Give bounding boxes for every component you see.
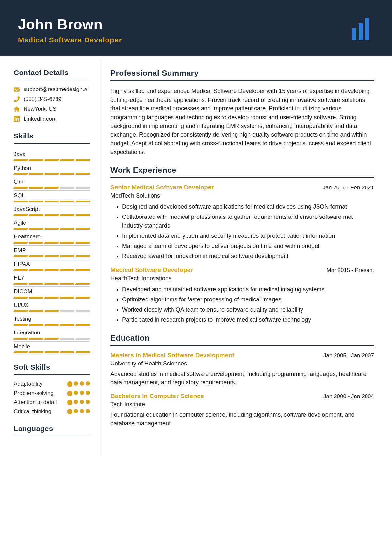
soft-skill-row: Problem-solving	[14, 390, 90, 396]
skill-segment	[13, 242, 28, 244]
skill-segment	[60, 187, 75, 189]
skill-level-bar	[14, 297, 90, 299]
skill-level-bar	[14, 159, 90, 161]
contact-value: NewYork, US	[24, 106, 56, 112]
skill-segment	[29, 255, 44, 257]
soft-skill-name: Problem-solving	[14, 390, 54, 396]
rating-dot	[86, 381, 90, 386]
soft-skills-section: Soft Skills AdaptabilityProblem-solvingA…	[14, 363, 90, 415]
skill-segment	[29, 159, 44, 161]
skill-segment	[29, 201, 44, 202]
skill-name: UI/UX	[14, 300, 90, 310]
skill-segment	[60, 201, 75, 202]
skill-segment	[60, 324, 75, 326]
education-entry: Masters in Medical Software DevelopmentJ…	[110, 352, 374, 387]
skill-row: HIPAA	[14, 259, 90, 271]
skill-row: SQL	[14, 190, 90, 202]
soft-skill-row: Adaptability	[14, 381, 90, 387]
skill-segment	[44, 201, 59, 202]
contact-row: NewYork, US	[14, 106, 90, 112]
skill-name: SQL	[14, 190, 90, 201]
skill-segment	[13, 201, 28, 202]
rating-dot	[74, 381, 78, 386]
contact-value: (555) 345-6789	[24, 96, 61, 103]
skill-segment	[60, 173, 75, 175]
soft-skill-dots	[67, 400, 90, 405]
skill-segment	[44, 228, 59, 230]
skill-name: JavaScript	[14, 204, 90, 214]
skill-row: Python	[14, 163, 90, 175]
skill-row: JavaScript	[14, 204, 90, 216]
summary-heading: Professional Summary	[110, 69, 374, 81]
skill-level-bar	[14, 324, 90, 326]
skill-row: Java	[14, 150, 90, 161]
rating-dot	[74, 391, 78, 395]
skill-segment	[60, 283, 75, 285]
skill-segment	[44, 187, 59, 189]
skill-segment	[44, 283, 59, 285]
skill-segment	[29, 214, 44, 216]
skill-segment	[44, 297, 59, 299]
skills-section: Skills JavaPythonC++SQLJavaScriptAgileHe…	[14, 132, 90, 353]
skill-segment	[60, 351, 75, 353]
rating-dot	[74, 409, 78, 413]
skill-segment	[29, 242, 44, 244]
languages-section: Languages	[14, 425, 90, 436]
skill-name: HIPAA	[14, 259, 90, 269]
skill-segment	[75, 255, 90, 257]
skill-name: DICOM	[14, 286, 90, 297]
skill-segment	[29, 173, 44, 175]
summary-section: Professional Summary Highly skilled and …	[110, 69, 374, 156]
rating-dot	[67, 409, 72, 414]
languages-heading: Languages	[14, 425, 90, 436]
skill-segment	[13, 283, 28, 285]
envelope-icon	[14, 87, 20, 92]
skill-name: Integration	[14, 328, 90, 338]
skill-segment	[44, 310, 59, 312]
job-title: Medical Software Developer	[18, 36, 374, 44]
skill-segment	[44, 338, 59, 340]
contact-value: support@resumedesign.ai	[24, 86, 89, 93]
skill-level-bar	[14, 214, 90, 216]
education-school: University of Health Sciences	[110, 360, 374, 367]
skill-segment	[13, 214, 28, 216]
rating-dot	[67, 400, 72, 405]
skill-segment	[60, 214, 75, 216]
rating-dot	[67, 381, 72, 387]
skill-segment	[44, 242, 59, 244]
skill-segment	[75, 173, 90, 175]
soft-skill-dots	[67, 409, 90, 414]
work-entry: Medical Software DeveloperMar 2015 - Pre…	[110, 267, 374, 324]
contact-row: (555) 345-6789	[14, 96, 90, 103]
soft-skill-name: Attention to detail	[14, 399, 57, 406]
skill-segment	[60, 242, 75, 244]
skill-segment	[29, 324, 44, 326]
education-school: Tech Institute	[110, 401, 374, 408]
skill-segment	[75, 324, 90, 326]
work-entry: Senior Medical Software DeveloperJan 200…	[110, 184, 374, 261]
skill-name: C++	[14, 177, 90, 187]
skills-heading: Skills	[14, 132, 90, 144]
skill-segment	[13, 159, 28, 161]
skill-segment	[29, 297, 44, 299]
skill-segment	[75, 201, 90, 202]
skill-segment	[29, 228, 44, 230]
soft-skill-dots	[67, 391, 90, 396]
skill-segment	[75, 297, 90, 299]
skill-segment	[13, 324, 28, 326]
work-dates: Jan 2006 - Feb 2021	[323, 185, 374, 191]
work-bullet: Worked closely with QA team to ensure so…	[122, 305, 374, 314]
skill-segment	[44, 214, 59, 216]
skill-segment	[75, 269, 90, 271]
main-content: Professional Summary Highly skilled and …	[100, 56, 392, 456]
work-section: Work Experience Senior Medical Software …	[110, 166, 374, 324]
skill-row: Testing	[14, 314, 90, 326]
work-title: Senior Medical Software Developer	[110, 184, 214, 191]
soft-skill-row: Attention to detail	[14, 399, 90, 406]
skill-level-bar	[14, 228, 90, 230]
skill-segment	[29, 338, 44, 340]
work-bullet: Received award for innovation in medical…	[122, 252, 374, 261]
skill-segment	[44, 255, 59, 257]
skill-row: DICOM	[14, 286, 90, 299]
skill-segment	[13, 187, 28, 189]
